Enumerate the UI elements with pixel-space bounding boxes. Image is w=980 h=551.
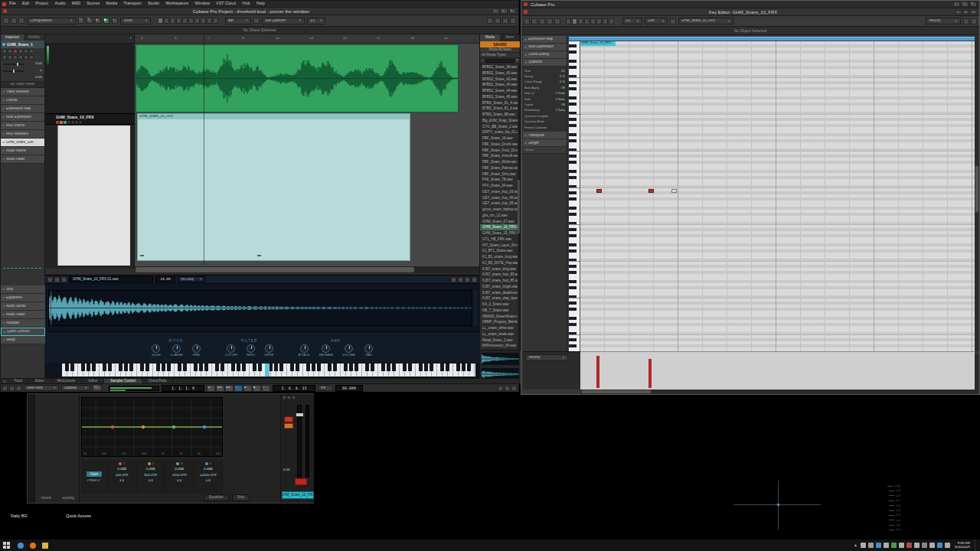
band-q-value[interactable]: 1.0 [119,479,124,483]
quantize-row-note-q[interactable]: Note Q0 Ticks [524,91,565,96]
editor-setup-row[interactable]: Setup○ [523,147,567,154]
editor-section-chord-editing[interactable]: ▸Chord Editing [523,51,567,59]
toolbar-icon[interactable] [547,18,553,24]
knob-dial[interactable] [152,344,160,353]
tray-chevron-icon[interactable]: ▲ [854,543,858,547]
sampler-icon[interactable] [458,277,463,282]
maximize-button[interactable]: □ [962,2,969,7]
band-freq-value[interactable]: 800.0Hz [144,474,157,478]
toolbar-icon[interactable] [524,18,530,24]
knob-dial[interactable] [172,344,181,353]
cs-tab-inserts[interactable]: Inserts [41,497,51,500]
minimize-button[interactable]: – [492,8,499,14]
snap-mode-dropdown[interactable]: Grid▼ [645,18,668,24]
fader-track[interactable] [297,405,302,478]
band-freq-value[interactable]: 2500.0Hz [172,474,187,478]
menu-hub[interactable]: Hub [242,2,250,6]
media-file[interactable]: GT1_HB_FRK.wav [480,236,520,243]
tab-media[interactable]: Media [480,34,500,41]
media-file[interactable]: KJ_BT1_Snare.wav [480,248,520,254]
tab-inspector[interactable]: Inspector [1,34,24,41]
preset-row[interactable]: No Track Preset [1,81,44,88]
toolbar-icon[interactable] [539,18,545,24]
audio-track-header[interactable] [45,44,135,113]
record-enable-button[interactable] [13,49,18,54]
menu-transport[interactable]: Transport [123,2,141,6]
snap-toggle[interactable] [253,18,260,24]
menu-vst-cloud[interactable]: VST Cloud [216,2,237,6]
inspector-section-audio-fader[interactable]: ▸Audio Fader [1,311,45,319]
tray-icon-9[interactable] [929,543,935,548]
inspector-section-audio-inserts[interactable]: ▸Audio Inserts [1,147,44,155]
menu-edit[interactable]: Edit [22,2,29,6]
inspector-section-track-versions[interactable]: ▸Track Versions [1,88,44,96]
toolbar-icon[interactable] [510,18,516,24]
cs-button-strip[interactable]: Strip [232,494,250,501]
knob-dial[interactable] [364,344,373,353]
toolbar-icon[interactable] [554,18,560,24]
toolbar-icon[interactable] [487,18,493,24]
tool-button[interactable] [609,18,614,24]
taskbar-app-explorer[interactable] [42,543,48,549]
editor-section-expression-map[interactable]: ▸Expression Map [523,36,567,44]
preview-waveform[interactable] [482,353,519,365]
knob-pan[interactable]: PAN [364,344,373,357]
menu-window[interactable]: Window [194,2,210,6]
inspector-section-ghm-snare-10a[interactable]: ▸GHM_Snare_10A [1,139,44,147]
transport-icon[interactable] [9,386,15,391]
toolbar-icon[interactable] [11,18,17,24]
toolbar-icon[interactable] [502,18,508,24]
velocity-bar[interactable] [596,356,599,388]
knob-reso[interactable]: RESO [247,344,255,357]
desktop-icon-quick-access[interactable]: Quick Access [66,514,91,519]
sample-file-name[interactable]: GHM_Snare_10_FRX-01.wav [69,276,153,283]
media-file[interactable]: KA_2_Snare.wav [480,302,520,308]
monitor-button[interactable] [284,423,293,429]
band-enable-dot[interactable] [205,462,208,465]
media-file[interactable]: MrPercussion_04.wav [480,343,520,349]
sampler-event[interactable]: GHM_Snare_10_FRX [137,113,410,261]
pre-gain-button[interactable]: Gain [87,471,103,477]
part-name-tag[interactable]: GHM_Snare_10_FRX [580,41,616,46]
solo-button[interactable] [8,49,12,54]
edit-button[interactable] [283,396,286,399]
band-gain-value[interactable]: 0.0dB [204,468,213,471]
inspector-section-expression-map[interactable]: ▸Expression Map [1,105,44,113]
configurations-dropdown[interactable]: Configurations▼ [27,18,76,24]
cs-tab-routing[interactable]: Routing [62,497,74,500]
toolbar-icon[interactable] [3,18,9,24]
phase-label[interactable]: Phase 0° [87,479,101,483]
knob-attack[interactable]: ATTACK [299,344,310,357]
pan-row[interactable]: C [1,67,44,74]
media-file[interactable]: LL_snare_white.wav [480,325,520,331]
mute-button[interactable] [287,396,291,399]
scrollbar-thumb[interactable] [136,267,414,272]
media-file[interactable]: KJ_B1_snare_long.wav [480,254,520,260]
volume-row[interactable]: 0.00 [1,60,44,67]
vertical-scrollbar[interactable] [975,36,979,351]
quantize-row-quantize-lengths[interactable]: Quantize Lengths [524,113,565,119]
band-enable-dot[interactable] [148,462,151,465]
editor-title-bar[interactable]: Key Editor: GHM_Snare_10_FRX – □ × [521,8,979,16]
write-automation-button[interactable] [8,55,12,60]
sample-start-marker[interactable] [51,291,51,325]
quantize-row-swing[interactable]: Swing0 % [524,73,565,79]
toolbar-icon[interactable] [18,18,24,24]
write-button[interactable] [79,121,82,124]
show-all-items-button[interactable]: Show All Items [480,47,520,53]
taskbar-app-edge[interactable] [18,543,24,549]
tray-icon-0[interactable] [861,543,866,548]
band-gain-value[interactable]: 0.0dB [117,468,126,471]
inspector-section-chords[interactable]: ▸Chords [1,96,44,105]
title-bar[interactable]: Cubase Pro – □ × [521,1,979,8]
quantize-value-dropdown[interactable]: 1/2▼ [622,18,642,24]
tool-button[interactable] [201,18,206,24]
menu-media[interactable]: Media [106,2,117,6]
quantize-row-catch-range[interactable]: Catch Range0 % [524,80,565,85]
band-enable-dot[interactable] [176,462,179,465]
timeline-ruler[interactable]: 3579111315171921 [135,34,479,44]
pan-slider[interactable] [3,70,24,72]
cs-button-equalizer[interactable]: Equalizer [204,494,229,501]
menu-audio[interactable]: Audio [54,2,65,6]
media-file[interactable]: FBF_Snare_Drunk.wav [480,142,520,148]
